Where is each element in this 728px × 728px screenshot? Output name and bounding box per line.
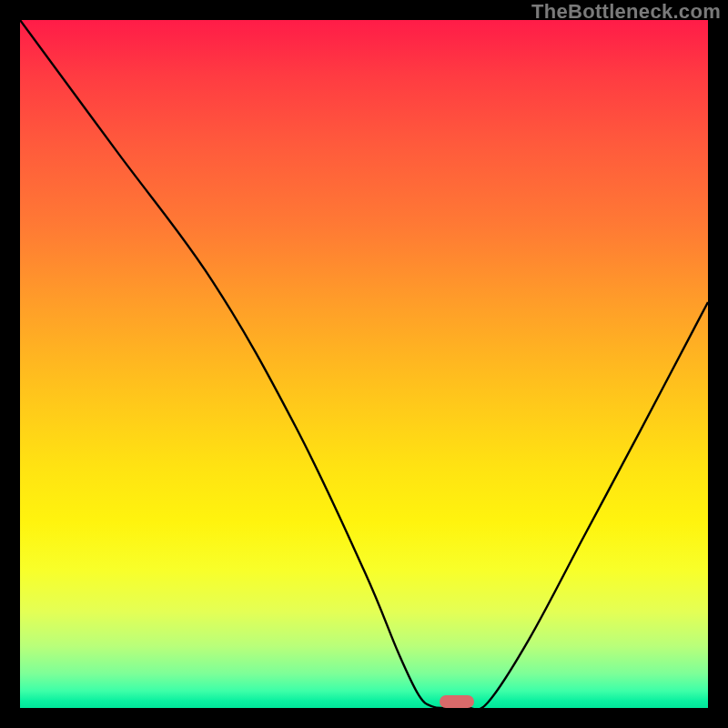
plot-area <box>20 20 708 708</box>
chart-container: TheBottleneck.com <box>0 0 728 728</box>
watermark-text: TheBottleneck.com <box>531 0 721 24</box>
optimal-marker <box>440 695 474 708</box>
bottleneck-curve <box>20 20 708 708</box>
